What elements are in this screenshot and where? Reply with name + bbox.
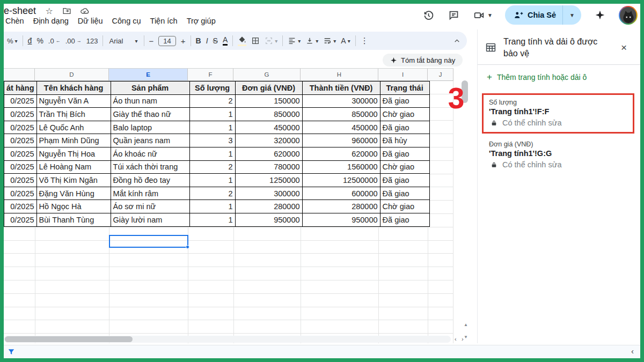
star-icon[interactable]: ☆ [45,6,54,16]
table-cell[interactable]: Đã hủy [380,134,429,147]
table-header-cell[interactable]: Sản phẩm [111,82,189,95]
scroll-right-icon[interactable]: › [462,336,464,342]
table-cell[interactable]: 0/2025 [4,213,37,226]
table-cell[interactable]: Túi xách thời trang [111,160,189,174]
fill-color-icon[interactable] [238,36,246,46]
table-cell[interactable]: Võ Thị Kim Ngân [36,174,111,187]
table-cell[interactable]: 3 [189,134,235,147]
number-format-button[interactable]: 123 [86,37,98,45]
menu-item-0[interactable]: Chèn [5,17,24,25]
scroll-down-icon[interactable]: ▼ [464,335,468,339]
table-cell[interactable]: Balo laptop [111,121,189,134]
table-cell[interactable]: 0/2025 [4,200,37,213]
table-cell[interactable]: 320000 [235,134,302,147]
table-cell[interactable]: Nguyễn Văn A [36,94,111,108]
scroll-left-icon[interactable]: ‹ [455,336,457,342]
table-cell[interactable]: 1 [189,147,235,160]
table-cell[interactable]: 1560000 [302,160,380,174]
table-cell[interactable]: 2 [189,94,235,108]
table-cell[interactable]: Đã giao [380,187,429,200]
table-cell[interactable]: 0/2025 [4,94,37,108]
borders-icon[interactable] [251,36,260,45]
column-header-F[interactable]: F [188,69,233,81]
table-cell[interactable]: Đã giao [380,147,429,160]
table-cell[interactable]: 280000 [235,200,302,213]
scroll-up-icon[interactable]: ▲ [464,322,468,327]
table-cell[interactable]: 1 [189,200,235,213]
table-cell[interactable]: Lê Hoàng Nam [36,160,111,174]
column-header-cut[interactable] [4,69,35,81]
table-cell[interactable]: Phạm Minh Dũng [36,134,111,147]
table-cell[interactable]: Chờ giao [380,108,429,121]
summarize-table-button[interactable]: Tóm tắt bảng này [383,54,463,67]
table-cell[interactable]: 1250000 [235,174,302,187]
table-cell[interactable]: Đã giao [380,94,429,108]
table-cell[interactable]: Lê Quốc Anh [36,121,111,134]
text-rotation-icon[interactable]: A ▾ [341,36,350,45]
text-color-button[interactable]: A [223,36,228,46]
table-cell[interactable]: 0/2025 [4,174,37,187]
meet-button[interactable]: ▼ [472,9,493,21]
bold-button[interactable]: B [196,36,201,45]
text-wrap-icon[interactable]: ▾ [323,36,336,45]
table-cell[interactable]: 450000 [235,121,302,134]
table-cell[interactable]: 2 [189,187,235,200]
percent-format-button[interactable]: % [36,36,43,45]
comments-icon[interactable] [447,9,460,21]
table-cell[interactable]: 150000 [235,94,302,108]
close-icon[interactable]: × [619,42,629,54]
table-cell[interactable]: Giày lười nam [111,213,189,226]
table-cell[interactable]: 1 [189,108,235,121]
collapse-panel-icon[interactable]: ‹ [631,346,634,356]
cloud-status-icon[interactable] [80,6,89,16]
document-title[interactable]: e-sheet [4,5,36,17]
protected-range-item-so-luong[interactable]: Số lượng 'Trang tính1'!F:F Có thể chỉnh … [482,93,634,134]
hide-menus-icon[interactable] [453,38,460,45]
add-protected-range-link[interactable]: + Thêm trang tính hoặc dải ô [478,65,640,90]
horizontal-scrollbar[interactable] [5,336,133,342]
table-cell[interactable]: 280000 [302,200,380,213]
table-cell[interactable]: 620000 [302,147,380,160]
menu-item-5[interactable]: Trợ giúp [187,17,216,25]
selected-cell[interactable] [109,235,188,248]
table-cell[interactable]: 450000 [302,121,380,134]
zoom-select[interactable]: %▾ [7,37,18,45]
menu-item-3[interactable]: Công cụ [112,17,141,25]
increase-decimal-button[interactable]: .00→ [65,37,82,45]
column-header-I[interactable]: I [378,69,428,81]
table-cell[interactable]: Chờ giao [380,200,429,213]
menu-item-1[interactable]: Định dạng [33,17,69,25]
menu-item-2[interactable]: Dữ liệu [78,17,103,25]
table-cell[interactable]: 780000 [235,160,302,174]
column-header-D[interactable]: D [35,69,109,81]
share-button[interactable]: Chia Sẻ ▼ [505,5,581,25]
table-cell[interactable]: 0/2025 [4,121,37,134]
table-cell[interactable]: Mắt kính râm [111,187,189,200]
table-cell[interactable]: Quần jeans nam [111,134,189,147]
vertical-align-icon[interactable]: ▾ [305,36,318,45]
table-cell[interactable]: 300000 [235,187,302,200]
more-tools-icon[interactable]: ⋮ [361,36,369,46]
move-folder-icon[interactable] [62,6,71,16]
filter-icon[interactable] [8,348,15,356]
table-cell[interactable]: Đồng hồ đeo tay [111,174,189,187]
table-cell[interactable]: 300000 [302,94,380,108]
font-size-input[interactable]: 14 [158,36,175,46]
table-cell[interactable]: Hồ Ngọc Hà [36,200,111,213]
increase-font-size-button[interactable]: + [181,36,186,46]
gemini-sparkle-icon[interactable] [594,9,606,21]
table-cell[interactable]: 1 [189,213,235,226]
share-dropdown[interactable]: ▼ [562,5,581,25]
table-header-cell[interactable]: Số lượng [189,82,235,95]
strikethrough-button[interactable]: S [213,36,218,45]
table-cell[interactable]: Giày thể thao nữ [111,108,189,121]
italic-button[interactable]: I [206,36,208,45]
protected-range-item-don-gia[interactable]: Đơn giá (VNĐ) 'Trang tính1'!G:G Có thể c… [482,141,640,169]
table-cell[interactable]: Đã giao [380,174,429,187]
version-history-icon[interactable] [422,9,435,21]
table-cell[interactable]: Đặng Văn Hùng [36,187,111,200]
column-header-E[interactable]: E [109,69,188,81]
table-cell[interactable]: 12500000 [302,174,380,187]
decrease-font-size-button[interactable]: − [149,36,154,46]
table-cell[interactable]: 0/2025 [4,108,37,121]
